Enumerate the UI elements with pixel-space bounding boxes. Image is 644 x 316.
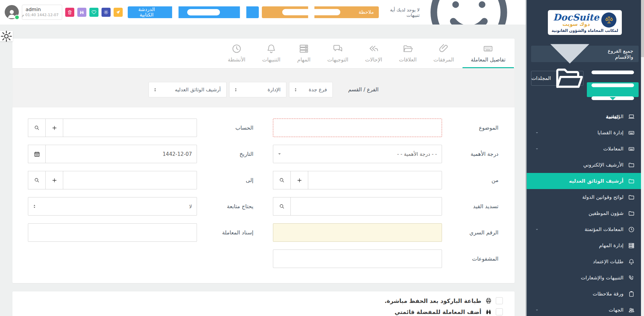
sidebar-item-8[interactable]: إدارة المهام xyxy=(526,237,644,254)
favorites-button[interactable] xyxy=(89,8,98,17)
sidebar-item-2[interactable]: المعاملات xyxy=(526,141,644,157)
sidebar-item-11[interactable]: ورقة ملاحظات xyxy=(526,286,644,302)
transaction-card: تفاصيل المعاملةالمرفقاتالعلاقاتالإحالاتا… xyxy=(12,39,515,283)
tab-label: تفاصيل المعاملة xyxy=(471,57,506,63)
tab-6[interactable]: التنبيهات xyxy=(254,44,289,68)
entry-settlement-input[interactable] xyxy=(290,197,442,216)
option-checkbox[interactable] xyxy=(496,308,503,315)
sidebar-item-1[interactable]: إدارة القضايا xyxy=(526,125,644,141)
date-input[interactable]: 1442-12-07 xyxy=(45,145,197,163)
sidebar-item-4[interactable]: أرشيف الوثائق العدليه xyxy=(526,173,644,189)
main-area: لا يوجد لديك أية تنبيهات admin 1442-12-0… xyxy=(0,0,526,316)
from-input[interactable] xyxy=(308,171,442,189)
sidebar-item-label: طلبات الإعتماد xyxy=(535,259,623,265)
entry-settlement-label: تسديد القيد xyxy=(442,203,498,210)
tab-7[interactable]: الأنشطة xyxy=(219,44,254,68)
clipboard-icon xyxy=(628,291,635,297)
subject-input[interactable] xyxy=(273,119,442,137)
form-row-to: إلى xyxy=(28,171,253,189)
text-chat-label: الدردشة الكتابية xyxy=(132,7,161,17)
date-picker-button[interactable] xyxy=(28,145,46,163)
to-search-button[interactable] xyxy=(28,171,46,189)
calendar-icon xyxy=(34,151,40,157)
form-row-needs-followup: يحتاج متابعةلا xyxy=(28,197,253,216)
menu-icon xyxy=(587,59,639,111)
select-value: فرع جدة xyxy=(309,87,327,93)
needs-followup-select[interactable]: لا xyxy=(28,197,197,216)
sidebar-item-10[interactable]: التنبيهات والإشعارات xyxy=(526,270,644,286)
page-scrollbar[interactable] xyxy=(641,0,644,316)
tasks-icon xyxy=(628,242,635,249)
sidebar-item-6[interactable]: شؤون الموظفين xyxy=(526,205,644,221)
content-area: تفاصيل المعاملةالمرفقاتالعلاقاتالإحالاتا… xyxy=(0,25,526,316)
avatar[interactable] xyxy=(5,5,19,19)
gear-icon xyxy=(0,30,13,43)
account-search-button[interactable] xyxy=(28,119,46,137)
enclosures-input[interactable] xyxy=(273,250,442,268)
folders-view-label: المجلدات xyxy=(531,75,551,81)
tab-3[interactable]: الإحالات xyxy=(357,44,391,68)
folders-view-button[interactable]: المجلدات xyxy=(531,71,583,86)
tab-4[interactable]: التوجيهات xyxy=(319,44,357,68)
branch-section-selects: فرع جدةالإدارةأرشيف الوثائق العدليه xyxy=(149,82,333,97)
transaction-assignment-input[interactable] xyxy=(28,223,197,242)
account-add-button[interactable] xyxy=(45,119,63,137)
from-add-button[interactable] xyxy=(290,171,308,189)
sidebar-item-9[interactable]: طلبات الإعتماد xyxy=(526,254,644,270)
browse-button[interactable] xyxy=(77,8,86,17)
account-input[interactable] xyxy=(63,119,197,137)
option-checkbox[interactable] xyxy=(496,297,503,304)
branch-section-select-2[interactable]: أرشيف الوثائق العدليه xyxy=(149,82,227,97)
sidebar-scrollbar[interactable] xyxy=(526,0,527,316)
option-label: طباعة الباركود بعد الحفظ مباشرة. xyxy=(385,298,481,304)
to-label: إلى xyxy=(197,177,253,183)
form-row-date: التاريخ1442-12-07 xyxy=(28,145,253,163)
tab-1[interactable]: المرفقات xyxy=(425,44,462,68)
form-row-secret-number: الرقم السري xyxy=(273,223,498,242)
save-option-1[interactable]: أضف المعاملة للمفضلة قائمتي xyxy=(24,308,503,315)
paper-plane-icon xyxy=(116,10,121,15)
sidebar-item-12[interactable]: الجهات xyxy=(526,302,644,316)
tab-label: التنبيهات xyxy=(262,57,280,63)
heart-icon xyxy=(91,10,96,15)
settings-side-tab[interactable] xyxy=(0,31,13,41)
chevron-down-icon xyxy=(535,308,539,312)
sidebar-item-5[interactable]: لوائح وقوانين الدولة xyxy=(526,189,644,205)
bell-icon xyxy=(266,44,277,54)
save-option-0[interactable]: طباعة الباركود بعد الحفظ مباشرة. xyxy=(24,297,503,304)
to-add-button[interactable] xyxy=(45,171,63,189)
importance-label: درجة الأهمية xyxy=(442,151,498,157)
add-note-button[interactable]: ملاحظة xyxy=(262,6,379,18)
entry-settlement-search-button[interactable] xyxy=(273,197,291,216)
from-search-button[interactable] xyxy=(273,171,291,189)
menu-view-button[interactable]: القائمة xyxy=(587,82,639,97)
sidebar-item-label: الجهات xyxy=(544,307,623,313)
importance-select[interactable]: - - درجة الأهمية - - xyxy=(273,145,442,163)
tab-0[interactable]: تفاصيل المعاملة xyxy=(462,44,514,68)
option-label: أضف المعاملة للمفضلة قائمتي xyxy=(395,309,481,315)
branch-section-band: الفرع / القسم فرع جدةالإدارةأرشيف الوثائ… xyxy=(12,68,515,107)
keyboard-icon xyxy=(483,44,493,54)
transaction-tabs: تفاصيل المعاملةالمرفقاتالعلاقاتالإحالاتا… xyxy=(12,39,515,68)
tab-2[interactable]: العلاقات xyxy=(391,44,425,68)
form-row-importance: درجة الأهمية- - درجة الأهمية - - xyxy=(273,145,498,163)
branch-section-select-0[interactable]: فرع جدة xyxy=(289,82,333,97)
delete-button[interactable] xyxy=(65,8,74,17)
send-button[interactable] xyxy=(114,8,123,17)
sidebar-item-7[interactable]: المعاملات المؤتمتة xyxy=(526,221,644,237)
text-chat-button[interactable]: الدردشة الكتابية xyxy=(128,6,258,18)
tab-5[interactable]: المهام xyxy=(289,44,319,68)
user-info-box[interactable]: admin 1442-12-07 01:40 م xyxy=(22,5,62,19)
sidebar: DocSuite دوك سويت لمكاتب المحاماة والشؤو… xyxy=(526,0,644,316)
online-status-dot xyxy=(14,15,19,20)
chevron-down-icon xyxy=(535,131,539,135)
binoculars-icon xyxy=(79,10,84,15)
settings-button[interactable] xyxy=(102,8,111,17)
branch-section-select-1[interactable]: الإدارة xyxy=(229,82,286,97)
binoculars-icon xyxy=(485,309,492,315)
sidebar-item-3[interactable]: الأرشيف الإلكتروني xyxy=(526,157,644,173)
to-input[interactable] xyxy=(63,171,197,189)
sidebar-item-label: أرشيف الوثائق العدليه xyxy=(535,178,623,184)
secret-number-input[interactable] xyxy=(273,223,442,242)
account-label: الحساب xyxy=(197,125,253,131)
